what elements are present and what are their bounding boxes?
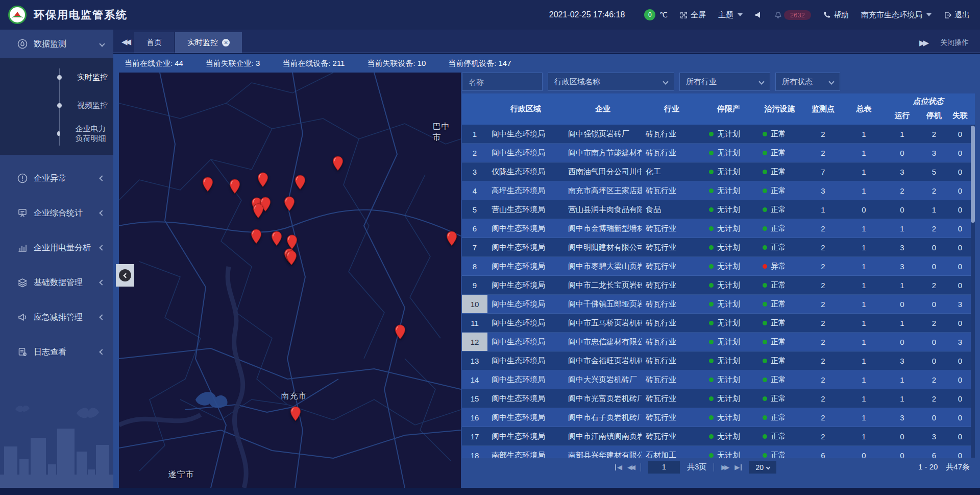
cell-company: 阆中市二龙长宝页岩砖 [564,280,642,290]
name-filter-field[interactable] [462,73,543,91]
cell-monitor: 2 [804,262,842,271]
production-status-dot [709,434,714,439]
table-row[interactable]: 2 阆中生态环境局 阆中市南方节能建材有 砖瓦行业 无计划 正常 2 1 0 3… [462,144,971,162]
sidebar-item-power-analysis[interactable]: 企业用电量分析 [0,230,113,265]
log-document-icon [17,347,28,357]
sidebar-item-base-data[interactable]: 基础数据管理 [0,265,113,300]
tabs-scroll-right-button[interactable]: ▶▶ [919,38,927,48]
logout-button[interactable]: 退出 [944,10,970,20]
table-row[interactable]: 9 阆中生态环境局 阆中市二龙长宝页岩砖 砖瓦行业 无计划 正常 2 1 1 2… [462,276,971,295]
fullscreen-button[interactable]: 全屏 [680,10,706,20]
cell-facility: 正常 [755,129,804,139]
cell-index: 16 [462,408,487,427]
cell-index: 7 [462,238,487,257]
map-pin[interactable] [251,229,262,244]
table-row[interactable]: 11 阆中生态环境局 阆中市五马桥页岩机砖 砖瓦行业 无计划 正常 2 1 1 … [462,314,971,333]
table-row[interactable]: 4 高坪生态环境局 南充市高坪区王家店建 砖瓦行业 无计划 正常 3 1 2 2… [462,181,971,200]
industry-filter-select[interactable]: 所有行业 [679,73,770,91]
scrollbar-thumb[interactable] [971,126,975,223]
sidebar-item-video-monitor[interactable]: 视频监控 [0,91,113,120]
map-collapse-button[interactable] [116,264,134,287]
cell-region: 阆中生态环境局 [487,262,564,271]
tab-home[interactable]: 首页 [134,32,174,53]
sidebar-item-power-load-detail[interactable]: 企业电力负荷明细 [0,120,113,148]
production-status-dot [709,226,714,231]
map-pin[interactable] [286,234,298,250]
cell-production: 无计划 [702,148,755,158]
close-operations-button[interactable]: 关闭操作 [940,38,969,48]
sidebar-item-emergency-reduction[interactable]: 应急减排管理 [0,300,113,335]
map-pin[interactable] [286,250,297,266]
table-row[interactable]: 8 阆中生态环境局 阆中市枣碧大梁山页岩 砖瓦行业 无计划 异常 2 1 3 0… [462,257,971,276]
notification-area[interactable]: 2632 [774,10,811,20]
map-pin[interactable] [395,324,406,340]
cell-company: 阆中大兴页岩机砖厂 [564,375,642,385]
cell-facility: 正常 [755,299,804,309]
cell-industry: 砖瓦行业 [642,148,702,158]
sidebar-item-company-statistics[interactable]: 企业综合统计 [0,196,113,230]
range-label: 1 - 20 [918,462,938,472]
map-panel[interactable]: 巴中市 南充市 遂宁市 [119,73,461,488]
sidebar-item-data-monitor[interactable]: 数据监测 [0,30,113,58]
name-filter-input[interactable] [469,78,536,86]
table-row[interactable]: 6 阆中生态环境局 阆中市金博瑞新型墙材 砖瓦行业 无计划 正常 2 1 1 2… [462,219,971,238]
map-pin[interactable] [271,231,282,246]
production-status-dot [709,359,714,363]
cell-region: 阆中生态环境局 [487,375,564,385]
sidebar-item-realtime-monitor[interactable]: 实时监控 [0,63,113,91]
cell-stop: 2 [919,130,949,138]
table-row[interactable]: 7 阆中生态环境局 阆中明阳建材有限公司 砖瓦行业 无计划 正常 2 1 3 0… [462,238,971,257]
table-row[interactable]: 12 阆中生态环境局 阆中市忠信建材有限公 砖瓦行业 无计划 正常 2 1 0 … [462,333,971,351]
table-row[interactable]: 13 阆中生态环境局 阆中市金福旺页岩机砖 砖瓦行业 无计划 正常 2 1 3 … [462,351,971,370]
table-row[interactable]: 18 南部生态环境局 南部县兴华建材有限公 石材加工 无计划 正常 6 0 0 … [462,446,971,458]
close-icon[interactable]: ✕ [222,39,230,46]
scrollbar-track[interactable] [971,125,975,458]
map-pin[interactable] [257,172,268,187]
cell-meter: 1 [842,130,886,138]
cell-run: 2 [886,186,919,195]
last-page-button[interactable]: ▶ [734,463,742,471]
sidebar-item-log-view[interactable]: 日志查看 [0,335,113,369]
user-dropdown[interactable]: 南充市生态环境局 [861,10,932,20]
map-pin[interactable] [332,156,344,171]
table-row[interactable]: 5 营山生态环境局 营山县润丰肉食品有限 食品 无计划 正常 1 0 0 1 0 [462,200,971,219]
table-row[interactable]: 15 阆中生态环境局 阆中市光富页岩机砖厂 砖瓦行业 无计划 正常 2 1 1 … [462,389,971,408]
col-monitor: 监测点 [804,104,842,114]
tabs-scroll-left-button[interactable]: ◀◀ [121,37,129,46]
cell-index: 17 [462,427,487,446]
next-page-button[interactable]: ▶▶ [721,463,727,471]
map-pin[interactable] [229,179,240,194]
sidebar-item-company-abnormal[interactable]: 企业异常 [0,161,113,196]
table-row[interactable]: 14 阆中生态环境局 阆中大兴页岩机砖厂 砖瓦行业 无计划 正常 2 1 1 2… [462,370,971,389]
cell-facility: 正常 [755,394,804,404]
first-page-button[interactable]: ◀ [615,463,620,471]
map-pin[interactable] [290,406,301,421]
cell-run: 0 [886,300,919,309]
cell-company: 阆中市五马桥页岩机砖 [564,318,642,328]
status-filter-select[interactable]: 所有状态 [775,73,840,91]
map-pin[interactable] [202,177,213,192]
tab-realtime-monitor[interactable]: 实时监控 ✕ [175,32,242,53]
table-row[interactable]: 3 仪陇生态环境局 西南油气田分公司川中 化工 无计划 正常 7 1 3 5 0 [462,162,971,181]
theme-dropdown[interactable]: 主题 [718,10,743,20]
cell-run: 1 [886,319,919,327]
prev-page-button[interactable]: ◀◀ [627,463,633,471]
facility-status-dot [763,321,767,325]
map-pin[interactable] [446,231,457,246]
table-row[interactable]: 17 阆中生态环境局 阆中市江南镇阆南页岩 砖瓦行业 无计划 正常 2 1 0 … [462,427,971,446]
map-pin[interactable] [253,203,264,219]
table-row[interactable]: 16 阆中生态环境局 阆中市石子页岩机砖厂 砖瓦行业 无计划 正常 2 1 3 … [462,408,971,427]
cell-run: 0 [886,338,919,346]
table-row[interactable]: 1 阆中生态环境局 阆中强锐页岩砖厂 砖瓦行业 无计划 正常 2 1 1 2 0 [462,125,971,144]
cell-region: 阆中生态环境局 [487,299,564,309]
region-filter-select[interactable]: 行政区域名称 [548,73,674,91]
mute-button[interactable] [755,11,762,18]
cell-industry: 砖瓦行业 [642,318,702,328]
cell-lost: 3 [949,300,971,309]
table-row[interactable]: 10 阆中生态环境局 阆中千佛镇五郎垭页岩 砖瓦行业 无计划 正常 2 1 0 … [462,295,971,314]
page-size-select[interactable]: 20 [749,461,776,474]
map-pin[interactable] [284,196,295,211]
page-number-input[interactable]: 1 [648,461,680,474]
map-pin[interactable] [295,175,306,190]
help-button[interactable]: 帮助 [823,10,849,20]
